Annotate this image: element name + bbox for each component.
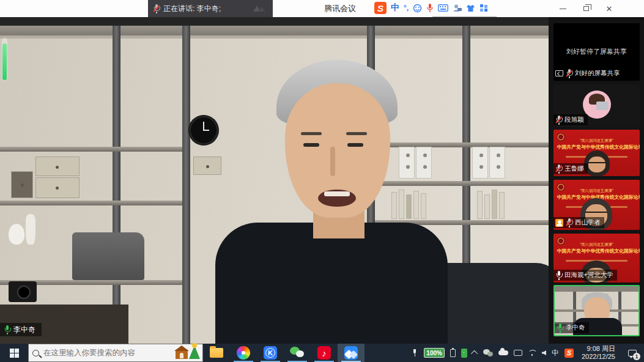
file-explorer-icon	[210, 348, 223, 358]
cloud-sync-icon[interactable]	[498, 350, 508, 355]
main-speaker-label: 李中奇	[0, 323, 42, 336]
taskbar-clock[interactable]: 9:08 周日 2022/12/25	[579, 345, 618, 361]
ime-punctuation-toggle[interactable]: °,	[404, 4, 409, 12]
wechat-tray-icon[interactable]	[483, 349, 493, 357]
device-icon[interactable]	[514, 350, 522, 356]
restore-button[interactable]	[574, 0, 598, 17]
participant-name-text: 刘好的屏幕共享	[575, 69, 620, 78]
forum-banner-line1: “第六届问道玉渊潭”	[558, 188, 635, 194]
taskbar-search[interactable]	[28, 344, 203, 362]
soft-keyboard-icon[interactable]	[438, 4, 448, 12]
pinwheel-browser-icon	[237, 346, 250, 360]
camera-decor	[9, 281, 37, 302]
tencent-meeting-icon	[344, 346, 358, 360]
speaking-indicator-tab[interactable]: 正在讲话: 李中奇;	[148, 0, 273, 17]
phone-charging-icon[interactable]	[461, 349, 467, 358]
profile-badge-icon	[555, 219, 563, 227]
skin-shirt-icon[interactable]	[466, 4, 475, 12]
clock-time: 9:08 周日	[582, 345, 615, 353]
forum-banner-line2: 中国共产党与中华优秀传统文化国际论坛	[557, 248, 637, 254]
wifi-icon[interactable]	[528, 350, 536, 356]
speaking-mic-icon	[4, 325, 10, 334]
speaker-name-text: 李中奇	[13, 325, 35, 335]
muted-mic-icon	[555, 164, 562, 173]
wall-clock	[188, 115, 219, 146]
participant-tile-avatar[interactable]: 段旭颖	[553, 84, 640, 127]
screen-share-icon	[555, 70, 563, 76]
taskbar-app-file-explorer[interactable]	[203, 344, 230, 362]
main-video[interactable]: 李中奇	[0, 17, 549, 344]
participant-sidebar: 刘好暂停了屏幕共享 刘好的屏幕共享 段旭颖 “第六届问道玉渊潭” 中国共产党与中…	[549, 17, 644, 344]
notification-count-badge: 1	[633, 353, 640, 360]
volume-icon[interactable]	[542, 350, 546, 355]
participant-tile-screen-share[interactable]: 刘好暂停了屏幕共享 刘好的屏幕共享	[553, 23, 640, 81]
voice-input-icon[interactable]	[426, 3, 434, 13]
wechat-icon	[290, 347, 305, 359]
taskbar-app-netease-music[interactable]: ♪	[311, 344, 338, 362]
volume-level-indicator	[2, 38, 7, 81]
speaking-mic-icon	[557, 323, 563, 332]
windows-taskbar: K ♪ 100% 中 S 9:08 周日 2022/12/25 1	[0, 344, 644, 362]
ime-language-toggle[interactable]: 中	[391, 2, 399, 13]
taskbar-app-k[interactable]: K	[257, 344, 284, 362]
taskbar-app-tencent-meeting[interactable]	[338, 344, 365, 362]
participant-name-text: 段旭颖	[564, 116, 584, 124]
muted-mic-icon	[555, 116, 562, 124]
system-tray: 100% 中 S 9:08 周日 2022/12/25 1	[411, 344, 644, 362]
minimize-button[interactable]	[551, 0, 574, 17]
muted-mic-icon	[566, 218, 572, 227]
tray-overflow-chevron-icon[interactable]	[471, 350, 478, 357]
netease-music-icon: ♪	[317, 346, 331, 360]
start-button[interactable]	[0, 344, 28, 362]
sogou-logo-icon[interactable]: S	[374, 2, 387, 14]
forum-banner-line1: “第六届问道玉渊潭”	[558, 242, 635, 248]
holiday-search-highlight-icon[interactable]	[176, 345, 200, 359]
tile-label: 段旭颖	[553, 114, 588, 125]
taskbar-app-browser[interactable]	[230, 344, 257, 362]
battery-status-badge[interactable]: 100%	[424, 348, 445, 358]
participant-name-text: 李中奇	[566, 323, 585, 332]
tile-label: 西山学者	[553, 217, 604, 228]
sogou-ime-toolbar: S 中 °,	[374, 1, 488, 15]
muted-mic-icon	[153, 4, 160, 13]
tencent-meeting-logo-icon	[252, 4, 268, 13]
forum-banner-line2: 中国共产党与中华优秀传统文化国际论坛	[557, 144, 637, 150]
participant-tile-active-speaker[interactable]: 李中奇	[553, 285, 640, 336]
tile-label: 田海观+河北大学	[553, 270, 617, 281]
tile-label: 李中奇	[555, 322, 589, 333]
account-icon[interactable]	[453, 4, 462, 12]
participant-tile-video[interactable]: “第六届问道玉渊潭” 中国共产党与中华优秀传统文化国际论坛 西山学者	[553, 180, 640, 230]
emoji-picker-icon[interactable]	[413, 4, 422, 13]
title-bar: 正在讲话: 李中奇; 腾讯会议 S 中 °, ✕	[0, 0, 644, 17]
tile-label: 刘好的屏幕共享	[553, 68, 624, 79]
tile-label: 王鲁娜	[553, 163, 588, 174]
participant-name-text: 田海观+河北大学	[564, 271, 613, 279]
participant-tile-video[interactable]: “第六届问道玉渊潭” 中国共产党与中华优秀传统文化国际论坛 王鲁娜	[553, 130, 640, 176]
speaking-status-text: 正在讲话: 李中奇;	[163, 4, 221, 14]
k-app-icon: K	[264, 346, 277, 360]
share-paused-message: 刘好暂停了屏幕共享	[553, 47, 640, 56]
taskbar-app-wechat[interactable]	[284, 344, 311, 362]
sogou-tray-icon[interactable]: S	[564, 349, 574, 358]
window-controls: ✕	[551, 0, 621, 17]
search-input[interactable]	[43, 349, 160, 357]
close-button[interactable]: ✕	[598, 0, 621, 17]
active-mic-icon	[555, 271, 562, 279]
participant-name-text: 王鲁娜	[564, 164, 584, 173]
muted-mic-icon	[566, 69, 572, 78]
ime-language-indicator[interactable]: 中	[552, 348, 559, 358]
search-icon	[32, 350, 39, 356]
ime-menu-grid-icon[interactable]	[479, 4, 488, 12]
windows-logo-icon	[10, 349, 19, 358]
battery-icon[interactable]	[450, 349, 456, 357]
power-plug-icon[interactable]	[411, 349, 418, 356]
meeting-window: 正在讲话: 李中奇; 腾讯会议 S 中 °, ✕ 语音(快捷键被禁用)	[0, 0, 644, 362]
participant-tile-video[interactable]: “第六届问道玉渊潭” 中国共产党与中华优秀传统文化国际论坛 田海观+河北大学	[553, 234, 640, 283]
laptop-decor	[72, 232, 144, 280]
clock-date: 2022/12/25	[582, 353, 615, 361]
notification-center-button[interactable]: 1	[623, 344, 642, 362]
forum-banner-line1: “第六届问道玉渊潭”	[558, 138, 635, 144]
participant-name-text: 西山学者	[575, 218, 601, 227]
